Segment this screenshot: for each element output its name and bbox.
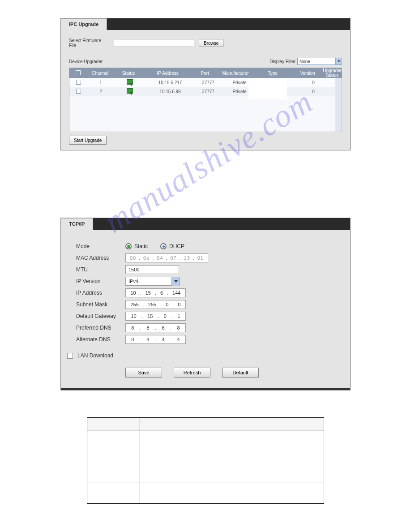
col-manufacturer: Manufacturer (218, 71, 253, 76)
radio-dot-icon (160, 243, 167, 249)
cell-port: 37777 (195, 89, 222, 94)
status-online-icon (127, 79, 133, 85)
status-online-icon (127, 88, 133, 94)
radio-dot-icon (125, 243, 132, 249)
subnet-mask-input[interactable]: 255. 255. 0. 0 (125, 300, 186, 309)
chevron-down-icon (171, 277, 180, 286)
ip-address-input[interactable]: 10. 15. 6. 144 (125, 288, 186, 297)
ipaddress-label: IP Address (76, 290, 125, 296)
col-type: Type (253, 71, 292, 76)
col-status: Status (113, 71, 144, 76)
ipversion-label: IP Version (76, 278, 125, 284)
chevron-down-icon[interactable] (336, 58, 342, 65)
tab-ipc-upgrade[interactable]: IPC Upgrade (61, 18, 107, 30)
device-upgrader-label: Device Upgrader (69, 59, 103, 64)
alternate-dns-input[interactable]: 8. 8. 4. 4 (125, 335, 186, 344)
mac-label: MAC Address (76, 255, 125, 261)
radio-static[interactable]: Static (125, 243, 148, 249)
default-button[interactable]: Default (222, 368, 259, 378)
start-upgrade-button[interactable]: Start Upgrade (69, 136, 107, 145)
table-header: Channel Status IP Address Port Manufactu… (69, 68, 342, 78)
radio-static-label: Static (134, 243, 148, 249)
display-filter-select[interactable]: None (297, 58, 336, 65)
type-mask (248, 79, 287, 99)
refresh-button[interactable]: Refresh (174, 368, 210, 378)
tab-bar: TCP/IP (61, 218, 350, 230)
lan-download-checkbox[interactable] (67, 353, 73, 359)
doc-parameter-table (87, 417, 324, 504)
cell-channel: 2 (87, 89, 114, 94)
save-button[interactable]: Save (125, 368, 162, 378)
radio-dhcp-label: DHCP (169, 243, 184, 249)
mac-address-field: 00. 0a. 04. 07. 13. 01 (125, 253, 208, 262)
tcpip-panel: TCP/IP Mode Static DHCP MAC Address 00. … (60, 218, 351, 390)
cell-ip: 10.15.5.217 (146, 80, 195, 85)
display-filter-label: Display Filter (270, 59, 295, 64)
row-checkbox[interactable] (76, 80, 81, 85)
radio-dhcp[interactable]: DHCP (160, 243, 184, 249)
col-channel: Channel (87, 71, 113, 76)
pdns-label: Preferred DNS (76, 325, 125, 331)
col-ip: IP Address (144, 71, 192, 76)
ip-version-select[interactable]: IPv4 (125, 277, 180, 286)
table-row[interactable]: 1 10.15.5.217 37777 Private 0 -- (69, 78, 342, 87)
gateway-label: Default Gateway (76, 313, 125, 319)
scrollbar[interactable] (335, 78, 342, 132)
mode-label: Mode (76, 243, 125, 249)
mtu-input[interactable]: 1500 (125, 265, 179, 274)
col-version: Version (292, 71, 323, 76)
firmware-file-input[interactable] (114, 39, 194, 47)
device-table: Channel Status IP Address Port Manufactu… (69, 68, 342, 132)
tab-bar: IPC Upgrade (61, 18, 350, 30)
col-port: Port (192, 71, 218, 76)
cell-ip: 10.15.6.99 (146, 89, 195, 94)
tab-tcpip[interactable]: TCP/IP (61, 218, 93, 230)
row-checkbox[interactable] (76, 89, 81, 94)
lan-download-label: LAN Download (77, 352, 113, 359)
select-firmware-label: Select Firmware File (69, 38, 109, 48)
browse-button[interactable]: Browse (199, 39, 223, 47)
adns-label: Alternate DNS (76, 336, 125, 343)
preferred-dns-input[interactable]: 8. 8. 8. 8 (125, 323, 186, 332)
mtu-label: MTU (76, 266, 125, 273)
subnet-label: Subnet Mask (76, 301, 125, 308)
gateway-input[interactable]: 10. 15. 0. 1 (125, 312, 186, 321)
select-all-checkbox[interactable] (76, 70, 81, 75)
col-upgrader-status: Upgrader Status (323, 68, 342, 78)
table-row[interactable]: 2 10.15.6.99 37777 Private 0 -- (69, 87, 342, 96)
cell-version: 0 (298, 80, 329, 85)
ipc-upgrade-panel: IPC Upgrade Select Firmware File Browse … (60, 18, 351, 150)
cell-port: 37777 (195, 80, 222, 85)
cell-channel: 1 (87, 80, 114, 85)
cell-version: 0 (298, 89, 329, 94)
